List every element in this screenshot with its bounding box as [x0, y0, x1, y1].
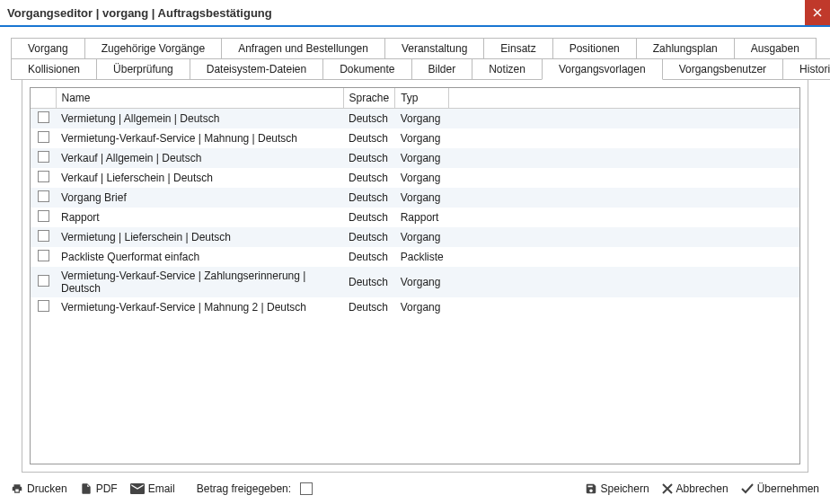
row-language: Deutsch [343, 227, 395, 247]
row-checkbox[interactable] [38, 131, 49, 143]
tab-zugehörige-vorgänge[interactable]: Zugehörige Vorgänge [84, 38, 222, 59]
apply-button[interactable]: Übernehmen [741, 482, 819, 495]
tab-notizen[interactable]: Notizen [472, 58, 543, 80]
save-button[interactable]: Speichern [585, 482, 649, 495]
tab-historie[interactable]: Historie [782, 58, 830, 80]
email-icon [130, 483, 145, 494]
amount-released-label: Betrag freigegeben: [197, 482, 291, 495]
row-type: Vorgang [395, 297, 449, 317]
printer-icon [11, 482, 23, 495]
tab-row-1: VorgangZugehörige VorgängeAnfragen und B… [11, 38, 819, 59]
row-language: Deutsch [343, 109, 395, 129]
row-checkbox[interactable] [38, 230, 49, 242]
row-language: Deutsch [343, 188, 395, 208]
window-title: Vorgangseditor | vorgang | Auftragsbestä… [7, 6, 272, 20]
row-type: Vorgang [395, 148, 449, 168]
titlebar: Vorgangseditor | vorgang | Auftragsbestä… [0, 0, 830, 27]
row-language: Deutsch [343, 208, 395, 227]
row-language: Deutsch [343, 128, 395, 148]
table-row[interactable]: Vorgang BriefDeutschVorgang [31, 188, 799, 208]
row-checkbox[interactable] [38, 171, 49, 182]
tab-dateisystem-dateien[interactable]: Dateisystem-Dateien [190, 58, 323, 80]
tab-zahlungsplan[interactable]: Zahlungsplan [636, 38, 735, 59]
col-checkbox[interactable] [31, 88, 56, 109]
tab-anfragen-und-bestellungen[interactable]: Anfragen und Bestellungen [221, 38, 385, 59]
row-name: Vermietung-Verkauf-Service | Mahnung | D… [56, 128, 343, 148]
pdf-icon [80, 482, 93, 495]
row-checkbox[interactable] [38, 250, 49, 261]
tab-einsatz[interactable]: Einsatz [483, 38, 552, 59]
email-label: Email [148, 482, 175, 495]
row-name: Vermietung | Allgemein | Deutsch [56, 109, 343, 129]
email-button[interactable]: Email [130, 482, 175, 495]
table-row[interactable]: Verkauf | Lieferschein | DeutschDeutschV… [31, 168, 799, 188]
table-row[interactable]: Vermietung | Lieferschein | DeutschDeuts… [31, 227, 799, 247]
row-type: Packliste [395, 247, 449, 267]
row-language: Deutsch [343, 267, 395, 297]
tab-überprüfung[interactable]: Überprüfung [96, 58, 190, 80]
row-checkbox[interactable] [38, 210, 49, 222]
pdf-button[interactable]: PDF [80, 482, 118, 495]
tabs-area: VorgangZugehörige VorgängeAnfragen und B… [0, 27, 830, 473]
tab-row-2: KollisionenÜberprüfungDateisystem-Dateie… [11, 58, 819, 80]
row-name: Verkauf | Allgemein | Deutsch [56, 148, 343, 168]
row-checkbox[interactable] [38, 151, 49, 163]
close-icon [813, 8, 822, 17]
tab-vorgang[interactable]: Vorgang [11, 38, 85, 59]
row-name: Verkauf | Lieferschein | Deutsch [56, 168, 343, 188]
row-type: Rapport [395, 208, 449, 227]
table-row[interactable]: Vermietung-Verkauf-Service | Mahnung | D… [31, 128, 799, 148]
table-body: Vermietung | Allgemein | DeutschDeutschV… [31, 109, 799, 318]
col-filler [449, 88, 799, 109]
tab-kollisionen[interactable]: Kollisionen [11, 58, 97, 80]
check-icon [741, 483, 754, 494]
save-label: Speichern [601, 482, 649, 495]
amount-released: Betrag freigegeben: [197, 482, 313, 495]
tab-vorgangsbenutzer[interactable]: Vorgangsbenutzer [662, 58, 783, 80]
table-row[interactable]: Verkauf | Allgemein | DeutschDeutschVorg… [31, 148, 799, 168]
tab-dokumente[interactable]: Dokumente [322, 58, 411, 80]
row-name: Vorgang Brief [56, 188, 343, 208]
table-wrap: Name Sprache Typ Vermietung | Allgemein … [30, 87, 800, 464]
row-checkbox[interactable] [38, 300, 49, 312]
row-name: Vermietung-Verkauf-Service | Zahlungseri… [56, 267, 343, 297]
col-language[interactable]: Sprache [343, 88, 395, 109]
row-language: Deutsch [343, 297, 395, 317]
row-name: Vermietung-Verkauf-Service | Mahnung 2 |… [56, 297, 343, 317]
row-language: Deutsch [343, 148, 395, 168]
col-name[interactable]: Name [56, 88, 343, 109]
table-row[interactable]: Packliste Querformat einfachDeutschPackl… [31, 247, 799, 267]
row-type: Vorgang [395, 188, 449, 208]
apply-label: Übernehmen [757, 482, 819, 495]
print-button[interactable]: Drucken [11, 482, 67, 495]
row-type: Vorgang [395, 128, 449, 148]
footer: Drucken PDF Email Betrag freigegeben: Sp… [0, 473, 830, 504]
print-label: Drucken [27, 482, 67, 495]
row-checkbox[interactable] [38, 275, 49, 287]
tab-bilder[interactable]: Bilder [411, 58, 473, 80]
row-name: Packliste Querformat einfach [56, 247, 343, 267]
tab-veranstaltung[interactable]: Veranstaltung [384, 38, 484, 59]
close-button[interactable] [805, 0, 830, 25]
row-language: Deutsch [343, 168, 395, 188]
table-row[interactable]: Vermietung-Verkauf-Service | Zahlungseri… [31, 267, 799, 297]
row-checkbox[interactable] [38, 190, 49, 202]
table-row[interactable]: Vermietung | Allgemein | DeutschDeutschV… [31, 109, 799, 129]
save-icon [585, 482, 597, 495]
pdf-label: PDF [96, 482, 118, 495]
table-row[interactable]: RapportDeutschRapport [31, 208, 799, 227]
cancel-button[interactable]: Abbrechen [662, 482, 728, 495]
tab-ausgaben[interactable]: Ausgaben [734, 38, 817, 59]
row-name: Rapport [56, 208, 343, 227]
table-row[interactable]: Vermietung-Verkauf-Service | Mahnung 2 |… [31, 297, 799, 317]
row-type: Vorgang [395, 109, 449, 129]
tab-vorgangsvorlagen[interactable]: Vorgangsvorlagen [542, 58, 663, 80]
col-type[interactable]: Typ [395, 88, 449, 109]
amount-released-checkbox[interactable] [300, 482, 313, 495]
row-language: Deutsch [343, 247, 395, 267]
row-name: Vermietung | Lieferschein | Deutsch [56, 227, 343, 247]
tab-positionen[interactable]: Positionen [552, 38, 637, 59]
row-type: Vorgang [395, 227, 449, 247]
tab-content: Name Sprache Typ Vermietung | Allgemein … [22, 80, 808, 473]
row-checkbox[interactable] [38, 111, 49, 123]
